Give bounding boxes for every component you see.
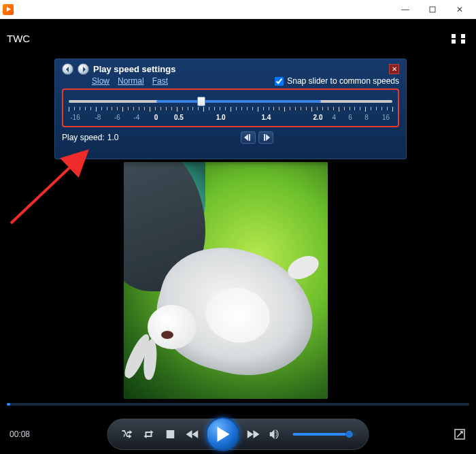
video-frame[interactable]	[124, 162, 328, 399]
snap-checkbox[interactable]	[275, 77, 284, 86]
snap-checkbox-label[interactable]: Snap slider to common speeds	[275, 76, 399, 86]
speed-normal-link[interactable]: Normal	[118, 76, 144, 86]
switch-view-icon[interactable]	[452, 34, 465, 44]
window-controls: — ✕	[392, 1, 473, 18]
fullscreen-button[interactable]	[453, 427, 466, 441]
volume-button[interactable]	[267, 426, 284, 442]
speed-slider-thumb[interactable]	[197, 97, 205, 106]
repeat-button[interactable]	[141, 426, 157, 442]
transport-controls	[107, 419, 369, 450]
panel-title: Play speed settings	[93, 64, 175, 74]
volume-slider[interactable]	[293, 433, 358, 436]
close-button[interactable]: ✕	[446, 1, 473, 18]
app-icon	[3, 4, 14, 15]
speed-fast-link[interactable]: Fast	[152, 76, 168, 86]
playback-controls: 00:08	[0, 414, 476, 454]
stop-button[interactable]	[163, 426, 179, 442]
play-button[interactable]	[206, 417, 240, 451]
time-elapsed: 00:08	[10, 429, 39, 439]
play-speed-panel: Play speed settings ✕ Slow Normal Fast S…	[54, 59, 407, 159]
play-speed-label: Play speed:	[62, 133, 105, 142]
window-titlebar: — ✕	[0, 0, 476, 19]
speed-ticks	[69, 107, 392, 114]
seek-bar[interactable]	[7, 403, 469, 406]
panel-close-button[interactable]: ✕	[389, 64, 399, 74]
speed-slider-highlight: -16-8-6-400.51.01.42.046816	[62, 88, 399, 127]
rewind-button[interactable]	[184, 426, 201, 442]
panel-prev-button[interactable]	[62, 63, 73, 75]
fast-forward-button[interactable]	[245, 426, 262, 442]
video-area: TWC Play speed settings ✕ Slow Normal Fa…	[0, 19, 476, 414]
speed-labels: -16-8-6-400.51.01.42.046816	[69, 114, 392, 123]
speed-step-forward-button[interactable]	[258, 131, 273, 144]
channel-label: TWC	[7, 33, 30, 44]
speed-slider[interactable]	[69, 97, 392, 106]
snap-label-text: Snap slider to common speeds	[287, 76, 399, 86]
svg-rect-2	[167, 430, 175, 438]
panel-next-button[interactable]	[78, 63, 89, 75]
speed-step-back-button[interactable]	[241, 131, 256, 144]
shuffle-button[interactable]	[119, 426, 135, 442]
svg-line-1	[11, 151, 87, 223]
speed-slow-link[interactable]: Slow	[92, 76, 109, 86]
play-speed-value: 1.0	[107, 133, 119, 142]
minimize-button[interactable]: —	[392, 1, 419, 18]
maximize-button[interactable]	[419, 1, 446, 18]
svg-rect-0	[430, 7, 435, 12]
